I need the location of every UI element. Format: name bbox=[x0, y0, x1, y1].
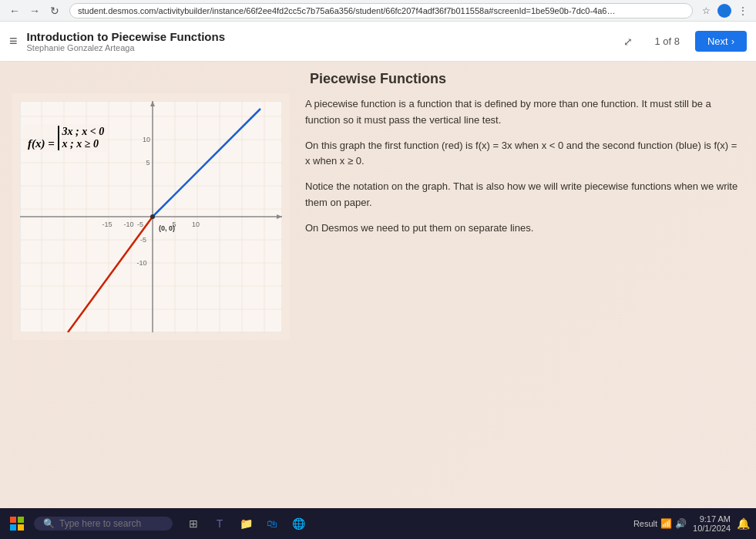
browser-icons: ☆ 👤 ⋮ bbox=[699, 4, 750, 18]
svg-text:-10: -10 bbox=[136, 259, 146, 267]
svg-rect-40 bbox=[18, 517, 24, 523]
nav-buttons: ← → ↻ bbox=[6, 2, 63, 19]
reload-button[interactable]: ↻ bbox=[46, 2, 63, 19]
profile-icon[interactable]: 👤 bbox=[717, 4, 731, 18]
star-icon[interactable]: ☆ bbox=[699, 4, 713, 18]
student-name: Stephanie Gonzalez Arteaga bbox=[27, 43, 615, 52]
expand-icon[interactable]: ⤢ bbox=[623, 35, 633, 48]
taskbar-time: 9:17 AM bbox=[693, 514, 731, 524]
svg-rect-41 bbox=[10, 524, 16, 531]
header-title-area: Introduction to Piecewise Functions Step… bbox=[27, 30, 615, 52]
url-text: student.desmos.com/activitybuilder/insta… bbox=[78, 6, 617, 15]
activity-title-header: Introduction to Piecewise Functions bbox=[27, 30, 615, 43]
paragraph-1: A piecewise function is a function that … bbox=[305, 96, 744, 129]
browser-chrome: ← → ↻ student.desmos.com/activitybuilder… bbox=[0, 0, 756, 22]
svg-text:-5: -5 bbox=[137, 221, 143, 228]
svg-text:-15: -15 bbox=[102, 221, 112, 228]
notification-icon[interactable]: 🔔 bbox=[737, 517, 750, 530]
activity-title: Piecewise Functions bbox=[0, 62, 756, 93]
store-icon[interactable]: 🛍 bbox=[260, 512, 284, 535]
paragraph-3: Notice the notation on the graph. That i… bbox=[305, 179, 744, 211]
next-button[interactable]: Next › bbox=[695, 31, 747, 52]
paragraph-4: On Desmos we need to put them on separat… bbox=[305, 221, 744, 237]
windows-icon bbox=[10, 517, 24, 531]
teams-icon[interactable]: T bbox=[208, 512, 231, 535]
svg-text:-10: -10 bbox=[123, 221, 133, 228]
svg-point-37 bbox=[150, 214, 155, 219]
task-view-icon[interactable]: ⊞ bbox=[182, 512, 205, 535]
svg-text:10: 10 bbox=[143, 136, 150, 143]
app-header: ≡ Introduction to Piecewise Functions St… bbox=[0, 22, 756, 62]
address-bar[interactable]: student.desmos.com/activitybuilder/insta… bbox=[69, 3, 693, 19]
svg-text:(0, 0): (0, 0) bbox=[159, 224, 175, 232]
content-area: f(x) = 3x ; x < 0 x ; x ≥ 0 bbox=[0, 93, 756, 508]
graph-container: f(x) = 3x ; x < 0 x ; x ≥ 0 bbox=[12, 93, 290, 340]
search-input[interactable] bbox=[59, 518, 160, 529]
svg-text:5: 5 bbox=[146, 159, 150, 167]
next-chevron: › bbox=[731, 35, 734, 47]
menu-button[interactable]: ≡ bbox=[9, 33, 18, 49]
taskbar-time-area: 9:17 AM 10/1/2024 bbox=[693, 514, 731, 533]
file-explorer-icon[interactable]: 📁 bbox=[234, 512, 257, 535]
page-indicator: 1 of 8 bbox=[654, 35, 680, 47]
taskbar-app-icons: ⊞ T 📁 🛍 🌐 bbox=[182, 512, 310, 535]
main-content: Piecewise Functions f(x) = 3x ; x < 0 x … bbox=[0, 62, 756, 508]
taskbar-right: Result 📶 🔊 9:17 AM 10/1/2024 🔔 bbox=[633, 514, 750, 533]
chrome-icon[interactable]: 🌐 bbox=[287, 512, 310, 535]
forward-button[interactable]: → bbox=[26, 2, 43, 19]
next-label: Next bbox=[707, 35, 728, 47]
svg-rect-42 bbox=[18, 524, 24, 531]
taskbar-date: 10/1/2024 bbox=[693, 524, 731, 533]
taskbar-search-bar[interactable]: 🔍 bbox=[34, 517, 173, 531]
paragraph-2: On this graph the first function (red) i… bbox=[305, 138, 744, 170]
tray-icon-sound: 🔊 bbox=[675, 518, 687, 529]
tray-icon-network: 📶 bbox=[660, 518, 672, 529]
function-formula: f(x) = 3x ; x < 0 x ; x ≥ 0 bbox=[23, 124, 109, 152]
svg-text:10: 10 bbox=[192, 221, 200, 228]
back-button[interactable]: ← bbox=[6, 2, 23, 19]
svg-text:-5: -5 bbox=[140, 236, 146, 244]
start-button[interactable] bbox=[6, 513, 28, 534]
more-icon[interactable]: ⋮ bbox=[736, 4, 750, 18]
system-tray: Result 📶 🔊 bbox=[633, 518, 687, 529]
text-content-area: A piecewise function is a function that … bbox=[305, 93, 744, 499]
svg-rect-39 bbox=[10, 517, 16, 523]
taskbar: 🔍 ⊞ T 📁 🛍 🌐 Result 📶 🔊 9:17 AM 10/1/2024… bbox=[0, 508, 756, 539]
result-label: Result bbox=[633, 519, 657, 528]
search-icon: 🔍 bbox=[43, 518, 55, 529]
